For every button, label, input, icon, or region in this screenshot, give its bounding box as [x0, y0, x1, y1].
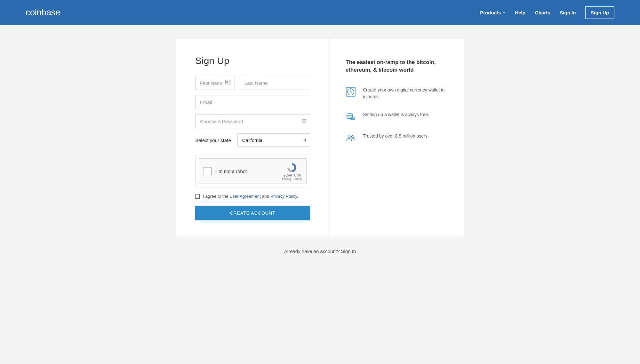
captcha-text: I'm not a robot — [216, 169, 247, 174]
nav-products-label: Products — [480, 10, 501, 15]
recaptcha-icon — [286, 162, 298, 173]
key-icon — [302, 118, 306, 124]
captcha-widget: I'm not a robot reCAPTCHA Privacy - Term… — [199, 158, 307, 184]
benefits-title: The easiest on-ramp to the bitcoin, ethe… — [346, 59, 446, 74]
captcha-badge: reCAPTCHA Privacy - Terms — [282, 162, 302, 180]
password-input[interactable] — [195, 114, 310, 128]
svg-point-11 — [348, 135, 350, 138]
signup-card: Sign Up Select your state — [176, 39, 464, 236]
state-label: Select your state — [195, 138, 231, 143]
svg-point-9 — [347, 114, 353, 115]
clock-icon — [346, 87, 356, 97]
nav-help[interactable]: Help — [515, 10, 525, 15]
page-title: Sign Up — [195, 55, 310, 66]
nav-charts[interactable]: Charts — [535, 10, 550, 15]
header: coinbase Products Help Charts Sign In Si… — [0, 0, 640, 25]
agree-row: I agree to the User Agreement and Privac… — [195, 194, 310, 199]
last-name-input[interactable] — [240, 76, 310, 90]
benefit-item: Trusted by over 8.8 million users. — [346, 133, 446, 143]
svg-point-1 — [227, 81, 228, 83]
agree-text: I agree to the User Agreement and Privac… — [203, 194, 298, 199]
contact-card-icon — [225, 80, 231, 86]
benefit-text: Create your own digital currency wallet … — [363, 87, 446, 100]
nav: Products Help Charts Sign In Sign Up — [480, 6, 614, 19]
agree-checkbox[interactable] — [195, 194, 200, 199]
footer-signin-link[interactable]: Sign In — [341, 249, 356, 254]
captcha-brand: reCAPTCHA — [282, 174, 302, 177]
chevron-down-icon — [503, 12, 505, 13]
benefit-item: Setting up a wallet is always free. — [346, 111, 446, 122]
nav-signin[interactable]: Sign In — [560, 10, 576, 15]
privacy-policy-link[interactable]: Privacy Policy — [270, 194, 297, 199]
users-icon — [346, 133, 356, 143]
state-select[interactable]: California — [237, 133, 310, 147]
coins-icon — [346, 111, 356, 122]
captcha-checkbox[interactable] — [204, 167, 212, 175]
benefit-text: Trusted by over 8.8 million users. — [363, 133, 429, 139]
nav-products[interactable]: Products — [480, 10, 505, 15]
svg-point-6 — [304, 120, 305, 121]
nav-signup-button[interactable]: Sign Up — [585, 6, 614, 19]
benefits-panel: The easiest on-ramp to the bitcoin, ethe… — [330, 39, 464, 236]
footer-text: Already have an account? Sign In — [0, 236, 640, 266]
captcha-container: I'm not a robot reCAPTCHA Privacy - Term… — [195, 155, 310, 187]
benefit-text: Setting up a wallet is always free. — [363, 111, 429, 118]
benefit-item: Create your own digital currency wallet … — [346, 87, 446, 100]
logo[interactable]: coinbase — [26, 7, 60, 18]
form-panel: Sign Up Select your state — [176, 39, 330, 236]
create-account-button[interactable]: CREATE ACCOUNT — [195, 206, 310, 220]
email-input[interactable] — [195, 95, 310, 109]
svg-point-12 — [352, 135, 354, 138]
user-agreement-link[interactable]: User Agreement — [229, 194, 261, 199]
captcha-links: Privacy - Terms — [282, 177, 302, 180]
